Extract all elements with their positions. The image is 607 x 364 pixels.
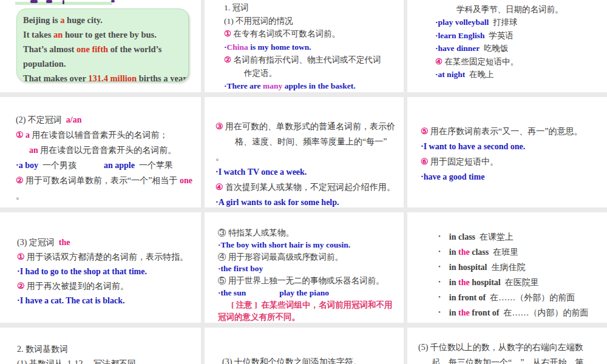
text-line: 格、速度、时间、频率等度量上的“每一” (215, 134, 404, 149)
text-line: ·I had to go to the shop at that time. (17, 265, 201, 279)
text-segment: the (458, 308, 470, 317)
text-line: ·have dinner 吃晚饭 (435, 42, 607, 55)
text-segment: 学科及季节、日期的名词前。 (456, 5, 563, 14)
text-line: 。 (16, 188, 201, 203)
card-text: ③ 在一日三餐、球类运动、棋类运动，学科及季节、日期的名词前。·play vol… (407, 0, 607, 81)
text-line: ② 用于再次被提到的名词前。 (17, 279, 201, 294)
text-segment: ·I have a cat. The cat is black. (17, 296, 124, 305)
text-line: 1. 冠词 (224, 1, 404, 15)
text-line: ⑥ 用于固定短语中。 (421, 154, 607, 169)
text-segment: ③ 特指某人或某物。 (218, 228, 294, 237)
text-segment: is my home town. (248, 42, 311, 52)
text-line: ③ 用在可数的、单数形式的普通名词前，表示价 (215, 119, 404, 134)
text-line: an 用在读音以元音音素开头的名词前。 (16, 143, 201, 158)
text-segment: ② (224, 55, 233, 64)
text-segment: 格、速度、时间、频率等度量上的“每一” (235, 137, 387, 146)
text-line: ·the first boy (218, 263, 404, 275)
text-line: (1) 不用冠词的情况 (224, 15, 404, 28)
text-segment: 作定语。 (244, 69, 277, 78)
text-segment: 生病住院 (487, 263, 526, 272)
text-segment: population. (23, 59, 66, 69)
text-line: ① 在专有名词或不可数名词前。 (224, 27, 404, 41)
text-segment: 一个苹果 (135, 161, 173, 170)
text-line: ·There are many apples in the basket. (224, 79, 404, 92)
text-segment: 一个男孩 (38, 161, 76, 170)
text-line: ·I want to have a second one. (421, 139, 607, 154)
text-line: 作定语。 (224, 67, 404, 80)
text-segment: the (59, 238, 70, 247)
text-line: •in the hospital 在医院里 (438, 274, 607, 289)
card-text: •in class 在课堂上•in the class 在班里•in hospi… (407, 229, 607, 320)
text-segment: • (438, 232, 441, 240)
text-segment: ·a boy (16, 161, 38, 170)
text-segment: ·A girl wants to ask for some help. (215, 198, 339, 207)
text-segment: 用于固定短语中。 (430, 157, 498, 166)
text-line: (1) 基数词从 1-12 ，写法都不同。 (17, 357, 201, 364)
text-segment: 冠词的意义有所不同。 (218, 312, 300, 322)
text-segment: ·have dinner (435, 44, 480, 53)
text-segment: in front of (449, 293, 486, 302)
text-segment: 在一日三餐、球类运动、棋类运动， (444, 0, 575, 1)
text-line: (5) 千位数以上的数，从数字的右端向左端数 (418, 340, 607, 355)
card-text: (2) 不定冠词 a/an① a 用在读音以辅音音素开头的名词前；an 用在读音… (0, 112, 201, 207)
text-segment: ③ (435, 0, 444, 1)
text-segment: front of (470, 308, 500, 317)
text-segment: ④ (435, 57, 444, 66)
text-segment: 名词前有指示代词、物主代词或不定代词 (233, 55, 381, 64)
text-segment: 。 (16, 191, 24, 200)
text-line: ⑤ 用在序数词前表示“又一、再一”的意思。 (421, 124, 607, 139)
text-segment: in (449, 278, 458, 287)
card-text: (3) 十位数和个位数之间添加连字符。 (205, 355, 404, 364)
text-segment: 在课堂上 (475, 232, 514, 241)
text-segment: class (470, 248, 489, 257)
clipped-heading-glyph (46, 0, 52, 3)
text-segment: 首次提到某人或某物，不定冠词起介绍作用。 (225, 183, 395, 192)
text-line: [ 注意 ] 在某些词组中，名词前用冠词和不用 (218, 299, 404, 311)
text-segment: one (180, 176, 192, 185)
text-segment: an (29, 146, 40, 155)
text-segment: 起，每三位数加一个“，”，从右开始，第 (432, 358, 583, 364)
slide-card-r1c2: 1. 冠词(1) 不用冠词的情况① 在专有名词或不可数名词前。·China is… (205, 0, 404, 92)
text-segment: ⑤ (421, 127, 430, 136)
slide-card-r2c2: ③ 用在可数的、单数形式的普通名词前，表示价格、速度、时间、频率等度量上的“每一… (205, 97, 404, 207)
text-segment: • (438, 293, 441, 300)
text-segment: 。 (215, 152, 224, 161)
text-segment: ·play volleyball (435, 18, 489, 27)
text-segment: It takes (23, 30, 53, 39)
slide-card-r3c3: •in class 在课堂上•in the class 在班里•in hospi… (407, 212, 607, 323)
text-segment: in hospital (449, 263, 487, 272)
slide-card-r1c3: ③ 在一日三餐、球类运动、棋类运动，学科及季节、日期的名词前。·play vol… (407, 0, 607, 92)
text-segment: ·learn English (435, 31, 484, 40)
text-segment: (2) 不定冠词 (16, 115, 66, 124)
text-segment: 在医院里 (501, 278, 539, 287)
text-segment: huge city. (64, 15, 102, 25)
text-line: (2) 不定冠词 a/an (16, 112, 201, 127)
text-segment: ⑤ 用于世界上独一无二的事物或乐器名词前。 (218, 276, 384, 285)
text-segment: ② (16, 176, 25, 185)
text-segment: Beijing is (23, 15, 60, 25)
text-segment: 在班里 (489, 248, 518, 257)
text-line: ·learn English 学英语 (435, 29, 607, 42)
text-segment: of the world’s (108, 44, 161, 54)
text-segment: • (438, 248, 441, 255)
text-line: ② 用于可数名词单数前，表示“一个”相当于 one (16, 173, 201, 188)
text-line: •in hospital 生病住院 (438, 259, 607, 274)
text-line: (3) 定冠词 the (17, 235, 201, 250)
card-text: (3) 定冠词 the① 用于谈话双方都清楚的名词前，表示特指。·I had t… (0, 235, 201, 308)
text-segment: ·the sun (218, 288, 246, 297)
text-segment: (3) 定冠词 (17, 238, 59, 247)
text-segment: apples in the basket. (282, 81, 355, 90)
text-line: ① 用于谈话双方都清楚的名词前，表示特指。 (17, 250, 201, 265)
text-segment: That makes over (23, 73, 88, 82)
text-line: ⑤ 用于世界上独一无二的事物或乐器名词前。 (218, 275, 404, 287)
text-segment: ① (17, 252, 27, 261)
text-segment: a/an (66, 115, 82, 124)
text-segment: 用在可数的、单数形式的普通名词前，表示价 (225, 122, 395, 131)
text-line: ④ 用于形容词最高级或序数词前。 (218, 251, 404, 263)
text-segment: 用于可数名词单数前，表示“一个”相当于 (25, 176, 180, 185)
text-line: ④ 在某些固定短语中。 (435, 55, 607, 69)
text-segment: many (263, 81, 282, 90)
text-segment: ④ (215, 183, 225, 192)
text-segment: ·have a good time (421, 172, 484, 181)
text-segment: ③ (215, 122, 225, 131)
